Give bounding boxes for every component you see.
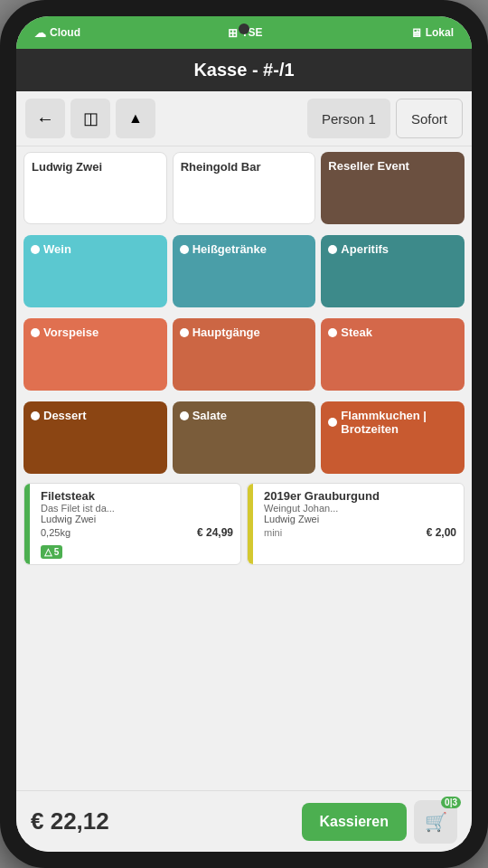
lokal-icon: 🖥: [410, 26, 422, 40]
person1-button[interactable]: Person 1: [307, 99, 390, 138]
content-area: Ludwig Zwei Rheingold Bar Reseller Event…: [16, 146, 472, 790]
back-button[interactable]: ←: [25, 99, 65, 138]
order-location-grauburgund: Ludwig Zwei: [264, 514, 456, 524]
tse-icon: ⊞: [228, 26, 238, 40]
cart-button[interactable]: 🛒 0|3: [414, 800, 457, 844]
cat-aperitifs[interactable]: Aperitifs: [321, 235, 465, 307]
order-item-grauburgund[interactable]: 2019er Grauburgund Weingut Johan... Ludw…: [247, 483, 465, 565]
cat-dot-wein: [31, 245, 40, 254]
cart-badge: 0|3: [441, 797, 461, 808]
cat-dot-dessert: [31, 411, 40, 420]
location-grid: Ludwig Zwei Rheingold Bar Reseller Event: [16, 146, 472, 230]
category-grid-3: Dessert Salate Flammkuchen | Brotzeiten: [16, 396, 472, 479]
cat-dot-hauptgange: [180, 328, 189, 337]
cat-dot-salate: [180, 411, 189, 420]
kassieren-button[interactable]: Kassieren: [302, 803, 408, 841]
category-grid-2: Vorspeise Hauptgänge Steak: [16, 313, 472, 396]
cat-vorspeise[interactable]: Vorspeise: [23, 318, 167, 391]
order-tag-grauburgund: [248, 484, 253, 564]
cart-icon: 🛒: [425, 811, 447, 833]
order-title-filetsteak: Filetsteak: [41, 489, 233, 503]
card-reseller-event[interactable]: Reseller Event: [321, 152, 465, 224]
order-title-grauburgund: 2019er Grauburgund: [264, 489, 456, 503]
cat-dot-aperitifs: [328, 245, 337, 254]
toolbar: ← ◫ ▲ Person 1 Sofort: [16, 91, 472, 146]
total-price: € 22,12: [31, 807, 302, 835]
order-tag-filetsteak: [24, 484, 30, 564]
order-desc-filetsteak: Das Filet ist da...: [41, 503, 233, 514]
layout-icon: ◫: [83, 108, 99, 128]
cat-dot-vorspeise: [31, 328, 40, 337]
order-location-filetsteak: Ludwig Zwei: [41, 514, 233, 524]
cloud-icon: ☁: [34, 26, 46, 40]
order-section: Filetsteak Das Filet ist da... Ludwig Zw…: [16, 479, 472, 569]
order-price-grauburgund: € 2,00: [427, 526, 456, 539]
cat-wein[interactable]: Wein: [23, 235, 167, 307]
cat-dot-heiss: [180, 245, 189, 254]
cat-hauptgange[interactable]: Hauptgänge: [173, 318, 316, 391]
category-grid-1: Wein Heißgetränke Aperitifs: [16, 230, 472, 313]
order-item-filetsteak[interactable]: Filetsteak Das Filet ist da... Ludwig Zw…: [23, 483, 241, 565]
cat-dot-flammkuchen: [328, 418, 337, 427]
back-icon: ←: [36, 108, 54, 129]
order-weight-filetsteak: 0,25kg: [41, 527, 70, 538]
order-size-grauburgund: mini: [264, 527, 282, 538]
order-desc-grauburgund: Weingut Johan...: [264, 503, 456, 514]
page-title: Kasse - #-/1: [16, 49, 472, 91]
cat-flammkuchen[interactable]: Flammkuchen | Brotzeiten: [321, 401, 465, 474]
up-icon: ▲: [128, 110, 143, 127]
bottom-bar: € 22,12 Kassieren 🛒 0|3: [16, 790, 472, 852]
status-lokal: 🖥 Lokal: [410, 26, 454, 40]
up-button[interactable]: ▲: [116, 99, 155, 138]
card-rheingold-bar[interactable]: Rheingold Bar: [173, 152, 316, 224]
cat-salate[interactable]: Salate: [173, 401, 316, 474]
order-price-filetsteak: € 24,99: [197, 526, 233, 539]
layout-button[interactable]: ◫: [70, 99, 110, 138]
cat-steak[interactable]: Steak: [321, 318, 465, 391]
cat-dot-steak: [328, 328, 337, 337]
sofort-button[interactable]: Sofort: [396, 99, 463, 138]
order-badge-filetsteak: △ 5: [41, 545, 62, 559]
cat-heissgetranke[interactable]: Heißgetränke: [173, 235, 316, 307]
cat-dessert[interactable]: Dessert: [23, 401, 167, 474]
status-cloud: ☁ Cloud: [34, 26, 80, 40]
card-ludwig-zwei[interactable]: Ludwig Zwei: [23, 152, 167, 224]
